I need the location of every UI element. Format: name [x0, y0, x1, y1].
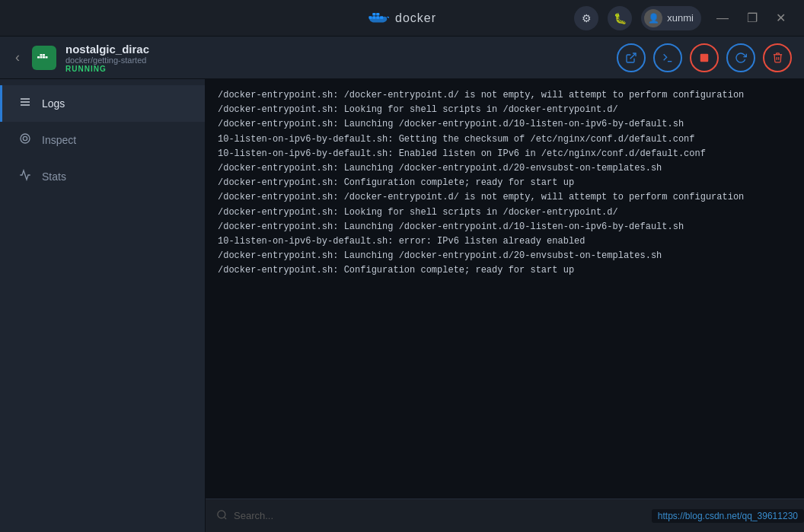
svg-rect-9 [40, 54, 43, 56]
log-line: /docker-entrypoint.sh: Launching /docker… [218, 220, 792, 234]
svg-rect-6 [37, 56, 40, 59]
container-path: docker/getting-started [65, 56, 149, 65]
log-line: 10-listen-on-ipv6-by-default.sh: Getting… [218, 132, 792, 147]
log-line: /docker-entrypoint.sh: Launching /docker… [218, 249, 792, 263]
sidebar-item-inspect-label: Inspect [42, 134, 76, 146]
sidebar-item-inspect[interactable]: Inspect [0, 122, 205, 158]
back-button[interactable]: ‹ [12, 46, 23, 68]
container-name: nostalgic_dirac [65, 43, 149, 56]
container-info: nostalgic_dirac docker/getting-started R… [65, 43, 149, 73]
svg-line-12 [630, 53, 636, 59]
stats-icon [18, 169, 33, 184]
svg-rect-7 [40, 56, 43, 59]
log-line: /docker-entrypoint.sh: Configuration com… [218, 263, 792, 278]
titlebar: docker ⚙ 🐛 👤 xunmi — ❐ ✕ [0, 0, 804, 37]
log-line: /docker-entrypoint.sh: /docker-entrypoin… [218, 88, 792, 103]
svg-rect-4 [376, 13, 379, 16]
logs-icon [18, 96, 33, 111]
minimize-button[interactable]: — [710, 8, 735, 28]
stop-button[interactable] [690, 43, 719, 72]
content-area: /docker-entrypoint.sh: /docker-entrypoin… [206, 79, 804, 532]
log-line: /docker-entrypoint.sh: Launching /docker… [218, 117, 792, 132]
window-controls: — ❐ ✕ [710, 8, 792, 28]
container-icon [32, 46, 56, 70]
sidebar-item-logs-label: Logs [42, 97, 65, 110]
svg-rect-3 [372, 13, 375, 16]
open-browser-button[interactable] [617, 43, 646, 72]
sidebar-item-stats-label: Stats [42, 170, 66, 183]
log-output[interactable]: /docker-entrypoint.sh: /docker-entrypoin… [206, 79, 804, 499]
avatar: 👤 [644, 9, 662, 27]
container-actions [617, 43, 792, 72]
log-line: 10-listen-on-ipv6-by-default.sh: error: … [218, 234, 792, 249]
svg-point-18 [21, 134, 30, 143]
sidebar-item-stats[interactable]: Stats [0, 158, 205, 195]
svg-rect-8 [43, 56, 45, 59]
close-button[interactable]: ✕ [770, 8, 792, 28]
container-status: RUNNING [65, 65, 149, 73]
inspect-icon [18, 132, 33, 148]
settings-button[interactable]: ⚙ [574, 6, 598, 30]
svg-point-20 [218, 510, 225, 518]
delete-button[interactable] [763, 43, 792, 72]
log-line: 10-listen-on-ipv6-by-default.sh: Enabled… [218, 147, 792, 161]
search-icon [216, 509, 228, 523]
log-line: /docker-entrypoint.sh: Looking for shell… [218, 103, 792, 117]
maximize-button[interactable]: ❐ [741, 8, 764, 28]
sidebar-item-logs[interactable]: Logs [0, 85, 205, 122]
docker-logo-text: docker [395, 11, 436, 25]
user-button[interactable]: 👤 xunmi [641, 6, 701, 30]
restart-button[interactable] [726, 43, 755, 72]
svg-point-19 [23, 136, 27, 140]
titlebar-center: docker [368, 11, 436, 26]
terminal-button[interactable] [653, 43, 682, 72]
titlebar-right: ⚙ 🐛 👤 xunmi — ❐ ✕ [574, 6, 792, 30]
username: xunmi [667, 12, 694, 24]
log-line: /docker-entrypoint.sh: Configuration com… [218, 176, 792, 190]
svg-rect-10 [43, 54, 45, 56]
log-line: /docker-entrypoint.sh: Looking for shell… [218, 205, 792, 220]
svg-rect-14 [700, 53, 709, 62]
svg-rect-11 [46, 56, 48, 59]
svg-line-21 [224, 517, 226, 519]
log-line: /docker-entrypoint.sh: /docker-entrypoin… [218, 190, 792, 205]
container-header-left: ‹ nostalgic_dirac docker/getting-started… [12, 43, 149, 73]
sidebar: Logs Inspect Stats [0, 79, 206, 532]
log-line: /docker-entrypoint.sh: Launching /docker… [218, 161, 792, 176]
docker-logo: docker [368, 11, 436, 26]
main-layout: Logs Inspect Stats /docker-entrypoint.sh [0, 79, 804, 532]
bug-button[interactable]: 🐛 [608, 6, 632, 30]
watermark: https://blog.csdn.net/qq_39611230 [652, 509, 804, 523]
container-header: ‹ nostalgic_dirac docker/getting-started… [0, 37, 804, 79]
docker-whale-icon [368, 11, 389, 26]
